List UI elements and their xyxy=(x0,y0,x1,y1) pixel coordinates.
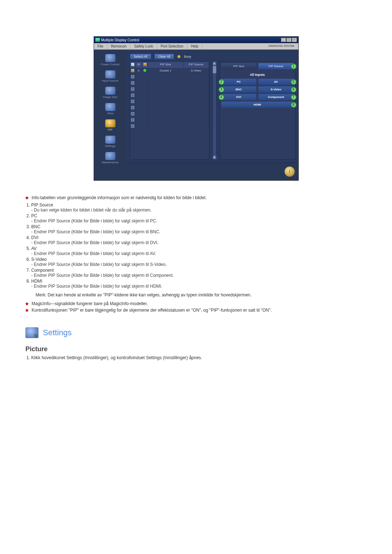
maximize-button[interactable]: □ xyxy=(286,38,291,42)
display-table: ID PIP Size PIP Source 0 Double 1 S-Vide… xyxy=(130,61,209,160)
callout-7: 7 xyxy=(291,94,297,100)
list-item: AV- Endrer PIP Source (Kilde for Bilde i… xyxy=(31,246,367,256)
list-item: PC- Endrer PIP Source (Kilde for Bilde i… xyxy=(31,213,367,223)
col-pip-source[interactable]: PIP Source xyxy=(184,62,209,68)
star-icon: ★ xyxy=(25,308,29,313)
callout-8: 8 xyxy=(291,102,297,108)
sidebar-item-image-size[interactable]: Image Size xyxy=(94,86,127,99)
titlebar: Multiple Display Control _ □ × xyxy=(94,37,298,43)
table-row[interactable] xyxy=(130,86,209,93)
sidebar-item-settings[interactable]: Settings xyxy=(94,135,127,148)
toolbar: Select All Clear All Busy xyxy=(127,50,298,61)
sidebar-item-power-control[interactable]: Power Control xyxy=(94,53,127,67)
row-checkbox[interactable] xyxy=(131,75,134,78)
numbered-list: PIP Source- Du kan velge kilden for bild… xyxy=(31,202,367,289)
menu-port-selection[interactable]: Port Selection xyxy=(157,43,187,49)
source-btn-av[interactable]: AV 5 xyxy=(258,79,294,85)
menu-file[interactable]: File xyxy=(94,43,107,49)
sidebar-item-maintenance[interactable]: Maintenance xyxy=(94,151,127,165)
table-row[interactable] xyxy=(130,111,209,117)
row-checkbox[interactable] xyxy=(131,81,134,85)
callout-2: 2 xyxy=(219,79,224,85)
busy-indicator-icon xyxy=(177,55,180,58)
explanation-section: ★ Info-tabellen viser grunnleggende info… xyxy=(25,195,367,313)
table-row[interactable] xyxy=(130,80,209,86)
callout-4: 4 xyxy=(219,94,224,100)
sidebar-item-time[interactable]: Time xyxy=(94,102,127,116)
row-checkbox[interactable] xyxy=(131,112,134,115)
callout-5: 5 xyxy=(291,79,297,85)
note-text: Merk: Det kan hende at enkelte av "PIP"-… xyxy=(36,292,367,297)
source-btn-hdmi[interactable]: HDMI 8 xyxy=(221,102,294,108)
star-note-2: MagicInfo—signalkilde fungerer bare på M… xyxy=(32,301,367,306)
app-icon xyxy=(95,38,100,42)
brand-label: SAMSUNG DIGITall xyxy=(265,43,298,49)
col-pip-size[interactable]: PIP Size xyxy=(148,62,184,68)
table-row[interactable]: 0 Double 1 S-Video xyxy=(130,68,209,74)
status-dot-icon xyxy=(143,69,146,72)
menu-remocon[interactable]: Remocon xyxy=(107,43,131,49)
row-checkbox[interactable] xyxy=(131,100,134,103)
pip-icon xyxy=(105,119,115,127)
row-checkbox[interactable] xyxy=(131,94,134,97)
scroll-down-icon[interactable]: ▼ xyxy=(213,156,216,159)
source-btn-svideo[interactable]: S-Video 6 xyxy=(258,86,294,93)
source-btn-dvi[interactable]: 4 DVI xyxy=(221,94,257,100)
table-row[interactable] xyxy=(130,74,209,80)
source-btn-pc[interactable]: 2 PC xyxy=(221,79,257,85)
star-note-3: Kontrollfunksjonen "PIP" er bare tilgjen… xyxy=(32,308,367,313)
source-btn-bnc[interactable]: 3 BNC xyxy=(221,86,257,93)
list-item: S-Video- Endrer PIP Source (Kilde for Bi… xyxy=(31,257,367,267)
pip-controls-panel: PIP Size PIP Source 1 All Inputs 2 PC xyxy=(220,61,295,160)
minimize-button[interactable]: _ xyxy=(281,38,286,42)
menubar: File Remocon Safety Lock Port Selection … xyxy=(94,43,298,50)
row-checkbox[interactable] xyxy=(131,69,134,72)
settings-title: Settings xyxy=(43,328,72,337)
settings-icon xyxy=(105,136,115,144)
col-id[interactable]: ID xyxy=(136,62,142,68)
picture-steps: Klikk hovedikonet Settings (Innstillinge… xyxy=(31,355,370,360)
header-checkbox[interactable] xyxy=(131,63,134,66)
picture-subtitle: Picture xyxy=(25,345,370,353)
table-scrollbar[interactable]: ▲ ▼ xyxy=(212,61,217,160)
clear-all-button[interactable]: Clear All xyxy=(155,54,174,59)
image-size-icon xyxy=(105,87,115,95)
tab-pip-size[interactable]: PIP Size xyxy=(221,63,257,69)
list-item: BNC- Endrer PIP Source (Kilde for Bilde … xyxy=(31,224,367,234)
table-row[interactable] xyxy=(130,99,209,105)
close-button[interactable]: × xyxy=(292,38,297,42)
settings-section-header: Settings xyxy=(25,327,370,338)
table-row[interactable] xyxy=(130,105,209,111)
menu-safety-lock[interactable]: Safety Lock xyxy=(130,43,157,49)
scroll-up-icon[interactable]: ▲ xyxy=(213,62,216,65)
tab-pip-source[interactable]: PIP Source 1 xyxy=(258,63,294,69)
select-all-button[interactable]: Select All xyxy=(130,54,151,59)
row-checkbox[interactable] xyxy=(131,87,134,91)
row-checkbox[interactable] xyxy=(131,106,134,109)
row-checkbox[interactable] xyxy=(131,124,134,128)
app-window: Multiple Display Control _ □ × File Remo… xyxy=(94,36,299,181)
list-item: HDMI- Endrer PIP Source (Kilde for Bilde… xyxy=(31,279,367,289)
scroll-thumb[interactable] xyxy=(213,66,216,73)
star-icon: ★ xyxy=(25,301,29,306)
callout-3: 3 xyxy=(219,87,224,93)
sidebar-item-input-source[interactable]: Input Source xyxy=(94,70,127,83)
sidebar: Power Control Input Source Image Size Ti… xyxy=(94,50,127,180)
list-item: PIP Source- Du kan velge kilden for bild… xyxy=(31,202,367,213)
footer-bar xyxy=(127,163,298,180)
menu-help[interactable]: Help xyxy=(187,43,203,49)
list-item: Component- Endrer PIP Source (Kilde for … xyxy=(31,268,367,278)
window-title: Multiple Display Control xyxy=(101,38,139,42)
table-row[interactable] xyxy=(130,93,209,99)
settings-header-icon xyxy=(25,327,38,338)
source-btn-component[interactable]: Component 7 xyxy=(258,94,294,100)
all-inputs-label: All Inputs xyxy=(221,73,294,77)
table-row[interactable] xyxy=(130,123,209,130)
sidebar-item-pip[interactable]: PIP xyxy=(94,119,127,132)
table-header: ID PIP Size PIP Source xyxy=(130,62,209,68)
row-checkbox[interactable] xyxy=(131,118,134,122)
busy-label: Busy xyxy=(184,55,191,58)
table-row[interactable] xyxy=(130,117,209,123)
warning-icon[interactable] xyxy=(285,167,295,177)
list-item: DVI- Endrer PIP Source (Kilde for Bilde … xyxy=(31,235,367,245)
